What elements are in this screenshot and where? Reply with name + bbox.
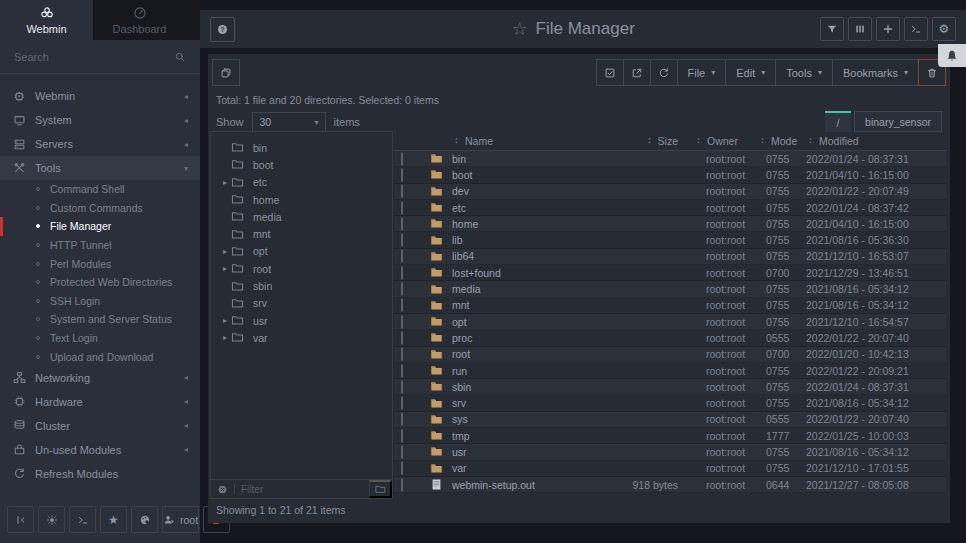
table-row[interactable]: libroot:root07552021/08/16 - 05:36:30: [394, 232, 946, 248]
row-checkbox[interactable]: [401, 315, 403, 329]
column-header-name[interactable]: Name: [452, 135, 560, 147]
tree-item-srv[interactable]: srv: [211, 295, 392, 312]
page-size-select[interactable]: 30 ▾: [252, 112, 326, 132]
collapse-sidebar-button[interactable]: [7, 506, 34, 533]
row-checkbox[interactable]: [401, 184, 403, 198]
row-checkbox[interactable]: [401, 445, 403, 459]
settings-button[interactable]: ⚙: [932, 17, 956, 41]
sidebar-subitem-file-manager[interactable]: File Manager: [0, 217, 200, 236]
file-name[interactable]: usr: [452, 446, 560, 458]
table-row[interactable]: srvroot:root07552021/08/16 - 05:34:12: [394, 395, 946, 411]
row-checkbox[interactable]: [401, 461, 403, 475]
breadcrumb-current[interactable]: binary_sensor: [854, 111, 942, 132]
row-checkbox[interactable]: [401, 152, 403, 166]
row-checkbox[interactable]: [401, 282, 403, 296]
row-checkbox[interactable]: [401, 233, 403, 247]
sidebar-item-webmin[interactable]: ⚙Webmin◂: [0, 84, 200, 108]
menu-edit-button[interactable]: Edit▾: [725, 59, 776, 86]
file-name[interactable]: tmp: [452, 430, 560, 442]
select-all-button[interactable]: [596, 59, 624, 86]
file-name[interactable]: proc: [452, 332, 560, 344]
file-name[interactable]: run: [452, 365, 560, 377]
breadcrumb-root[interactable]: /: [825, 111, 851, 132]
notifications-tab[interactable]: [938, 44, 966, 67]
row-checkbox[interactable]: [401, 478, 403, 492]
file-name[interactable]: lib: [452, 234, 560, 246]
favorite-star-icon[interactable]: ☆: [511, 20, 527, 38]
sidebar-item-tools[interactable]: Tools▾: [0, 156, 200, 180]
file-name[interactable]: home: [452, 218, 560, 230]
sidebar-subitem-command-shell[interactable]: Command Shell: [0, 180, 200, 199]
file-name[interactable]: srv: [452, 397, 560, 409]
sidebar-subitem-ssh-login[interactable]: SSH Login: [0, 292, 200, 311]
file-name[interactable]: boot: [452, 169, 560, 181]
sidebar-item-system[interactable]: System◂: [0, 108, 200, 132]
file-name[interactable]: lib64: [452, 250, 560, 262]
row-checkbox[interactable]: [401, 429, 403, 443]
clear-filter-icon[interactable]: [217, 484, 228, 495]
tree-item-usr[interactable]: ▸usr: [211, 312, 392, 329]
terminal-button[interactable]: [69, 506, 96, 533]
file-name[interactable]: sbin: [452, 381, 560, 393]
table-row[interactable]: runroot:root07552022/01/22 - 20:09:21: [394, 363, 946, 379]
table-row[interactable]: usrroot:root07552021/08/16 - 05:34:12: [394, 444, 946, 460]
add-button[interactable]: [876, 17, 900, 41]
sidebar-subitem-perl-modules[interactable]: Perl Modules: [0, 254, 200, 273]
refresh-button[interactable]: [650, 59, 678, 86]
row-checkbox[interactable]: [401, 217, 403, 231]
expand-icon[interactable]: ▸: [219, 316, 231, 325]
file-name[interactable]: mnt: [452, 299, 560, 311]
row-checkbox[interactable]: [401, 266, 403, 280]
file-name[interactable]: opt: [452, 316, 560, 328]
tree-item-root[interactable]: ▸root: [211, 260, 392, 277]
tree-item-var[interactable]: ▸var: [211, 329, 392, 346]
user-menu-button[interactable]: root: [162, 506, 199, 533]
expand-icon[interactable]: ▸: [219, 333, 231, 342]
file-name[interactable]: bin: [452, 153, 560, 165]
tree-item-mnt[interactable]: mnt: [211, 225, 392, 242]
table-row[interactable]: rootroot:root07002022/01/20 - 10:42:13: [394, 347, 946, 363]
sidebar-subitem-protected-web-directories[interactable]: Protected Web Directories: [0, 273, 200, 292]
sidebar-item-cluster[interactable]: Cluster◂: [0, 414, 200, 438]
theme-toggle-button[interactable]: [38, 506, 65, 533]
column-header-size[interactable]: Size: [560, 135, 680, 147]
tree-item-boot[interactable]: boot: [211, 156, 392, 173]
sidebar-item-servers[interactable]: Servers◂: [0, 132, 200, 156]
filter-button[interactable]: [820, 17, 844, 41]
file-name[interactable]: webmin-setup.out: [452, 479, 560, 491]
expand-icon[interactable]: ▸: [219, 264, 231, 273]
sidebar-item-refresh-modules[interactable]: Refresh Modules: [0, 462, 200, 486]
sidebar-subitem-text-login[interactable]: Text Login: [0, 329, 200, 348]
row-checkbox[interactable]: [401, 201, 403, 215]
row-checkbox[interactable]: [401, 298, 403, 312]
row-checkbox[interactable]: [401, 396, 403, 410]
table-row[interactable]: binroot:root07552022/01/24 - 08:37:31: [394, 151, 946, 167]
file-name[interactable]: dev: [452, 185, 560, 197]
search-input[interactable]: [14, 51, 174, 63]
table-row[interactable]: sysroot:root05552022/01/22 - 20:07:40: [394, 412, 946, 428]
tree-item-bin[interactable]: bin: [211, 139, 392, 156]
table-row[interactable]: webmin-setup.out918 bytesroot:root064420…: [394, 477, 946, 493]
sidebar-subitem-custom-commands[interactable]: Custom Commands: [0, 199, 200, 218]
columns-button[interactable]: [848, 17, 872, 41]
tree-item-home[interactable]: home: [211, 191, 392, 208]
tab-webmin[interactable]: Webmin: [0, 0, 93, 40]
file-name[interactable]: root: [452, 348, 560, 360]
row-checkbox[interactable]: [401, 412, 403, 426]
export-button[interactable]: [623, 59, 651, 86]
terminal-button[interactable]: [904, 17, 928, 41]
sidebar-subitem-system-and-server-status[interactable]: System and Server Status: [0, 310, 200, 329]
expand-icon[interactable]: ▸: [219, 247, 231, 256]
table-row[interactable]: homeroot:root07552021/04/10 - 16:15:00: [394, 216, 946, 232]
file-name[interactable]: etc: [452, 202, 560, 214]
table-row[interactable]: devroot:root07552022/01/22 - 20:07:49: [394, 184, 946, 200]
expand-icon[interactable]: ▸: [219, 178, 231, 187]
column-header-modified[interactable]: Modified: [806, 135, 946, 147]
table-row[interactable]: bootroot:root07552021/04/10 - 16:15:00: [394, 167, 946, 183]
choose-directory-button[interactable]: [369, 480, 392, 498]
theme-palette-button[interactable]: [131, 506, 158, 533]
favorites-button[interactable]: ★: [100, 506, 127, 533]
table-row[interactable]: sbinroot:root07552022/01/24 - 08:37:31: [394, 379, 946, 395]
file-name[interactable]: var: [452, 462, 560, 474]
menu-tools-button[interactable]: Tools▾: [775, 59, 833, 86]
